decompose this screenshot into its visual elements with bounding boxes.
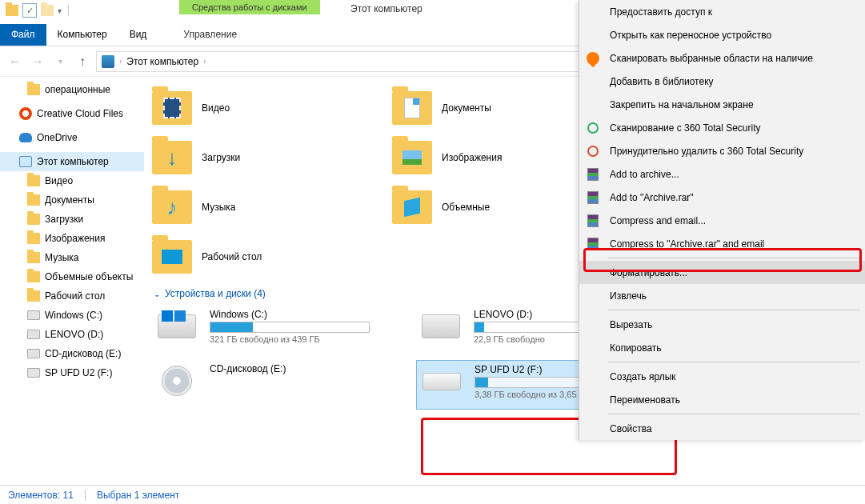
separator	[85, 490, 86, 501]
tree-item[interactable]: SP UFD U2 (F:)	[0, 363, 144, 382]
tree-label: Документы	[45, 194, 94, 206]
forward-button[interactable]: →	[29, 53, 46, 70]
context-menu-label: Сканирование с 360 Total Security	[610, 122, 761, 134]
chevron-right-icon[interactable]: ›	[203, 57, 206, 66]
tree-item[interactable]: LENOVO (D:)	[0, 325, 144, 344]
tree-item[interactable]: Рабочий стол	[0, 286, 144, 306]
onedrive-icon	[19, 133, 32, 142]
context-menu-item[interactable]: Добавить в библиотеку	[579, 70, 865, 93]
status-selection: Выбран 1 элемент	[97, 490, 179, 501]
context-menu-item[interactable]: Извлечь	[579, 284, 865, 307]
tree-item[interactable]: Объемные объекты	[0, 267, 144, 286]
drive-free-space: 321 ГБ свободно из 439 ГБ	[210, 334, 386, 344]
context-menu-item[interactable]: Форматировать...	[579, 261, 865, 284]
context-menu-item[interactable]: Compress to "Archive.rar" and email	[579, 232, 865, 255]
drive-cd-e[interactable]: CD-дисковод (E:)	[152, 360, 392, 410]
tree-label: CD-дисковод (E:)	[45, 348, 121, 359]
chevron-down-icon: ⌄	[154, 290, 160, 298]
context-menu-item[interactable]: Закрепить на начальном экране	[579, 93, 865, 116]
back-button[interactable]: ←	[6, 53, 24, 70]
menu-separator	[608, 414, 860, 414]
hdd-icon	[422, 314, 460, 338]
context-menu-item[interactable]: Предоставить доступ к	[579, 0, 865, 23]
context-menu-label: Свойства	[610, 423, 652, 434]
context-menu-item[interactable]: Add to "Archive.rar"	[579, 186, 865, 209]
properties-qat-icon[interactable]	[40, 3, 54, 18]
pc-icon	[102, 55, 114, 68]
music-folder-icon: ♪	[152, 190, 192, 224]
folder-downloads[interactable]: ↓Загрузки	[152, 133, 392, 182]
winrar-icon	[586, 190, 600, 205]
shield-icon	[586, 51, 600, 66]
tree-item[interactable]: Изображения	[0, 229, 144, 248]
menu-separator	[608, 362, 860, 362]
folder-desktop[interactable]: Рабочий стол	[152, 232, 392, 282]
tree-label: OneDrive	[37, 132, 78, 143]
tree-label: Windows (C:)	[45, 310, 102, 321]
context-menu-item[interactable]: Вырезать	[579, 313, 865, 336]
status-item-count: Элементов: 11	[8, 490, 74, 501]
tab-computer[interactable]: Компьютер	[46, 24, 118, 46]
context-menu-label: Сканировать выбранные области на наличие	[610, 53, 813, 64]
tree-label: Видео	[45, 175, 73, 186]
context-menu-item[interactable]: Принудительно удалить с 360 Total Securi…	[579, 139, 865, 162]
tab-view[interactable]: Вид	[118, 24, 158, 46]
recent-dropdown-icon[interactable]: ▾	[51, 53, 69, 70]
video-icon	[27, 175, 40, 186]
tree-label: Загрузки	[45, 214, 83, 225]
context-menu-label: Закрепить на начальном экране	[610, 99, 754, 110]
pictures-folder-icon	[392, 141, 432, 174]
pictures-icon	[27, 233, 40, 244]
context-menu-item[interactable]: Открыть как переносное устройство	[579, 23, 865, 46]
video-folder-icon	[152, 91, 192, 125]
tree-item[interactable]: Windows (C:)	[0, 306, 144, 325]
tree-item[interactable]: Загрузки	[0, 210, 144, 229]
winrar-icon	[586, 237, 600, 251]
cd-drive-icon	[27, 349, 40, 358]
context-menu-item[interactable]: Создать ярлык	[579, 365, 865, 388]
context-menu-label: Создать ярлык	[610, 371, 676, 382]
tab-manage[interactable]: Управление	[172, 24, 248, 46]
context-menu-label: Переименовать	[610, 394, 680, 406]
section-label: Устройства и диски (4)	[165, 288, 266, 299]
folder-music[interactable]: ♪Музыка	[152, 182, 392, 232]
context-menu-item[interactable]: Compress and email...	[579, 209, 865, 232]
tab-file[interactable]: Файл	[0, 24, 46, 46]
drive-windows-c[interactable]: Windows (C:) 321 ГБ свободно из 439 ГБ	[152, 306, 392, 355]
context-menu-item[interactable]: Свойства	[579, 417, 865, 440]
context-menu-item[interactable]: Сканировать выбранные области на наличие	[579, 46, 865, 70]
context-menu-item[interactable]: Переименовать	[579, 388, 865, 411]
checkbox-icon[interactable]: ✓	[22, 3, 37, 18]
context-menu-label: Копировать	[610, 342, 662, 354]
context-menu-item[interactable]: Add to archive...	[579, 162, 865, 186]
tree-item[interactable]: Видео	[0, 171, 144, 190]
context-menu-label: Форматировать...	[610, 267, 687, 278]
downloads-icon	[27, 214, 40, 225]
folder-label: Документы	[442, 102, 491, 114]
tree-item[interactable]: Creative Cloud Files	[0, 104, 144, 123]
chevron-right-icon[interactable]: ›	[119, 57, 122, 66]
qat-dropdown-icon[interactable]: ▾	[58, 6, 62, 15]
breadcrumb-root[interactable]: Этот компьютер	[126, 56, 198, 67]
tree-label: Изображения	[45, 233, 105, 244]
window-title: Этот компьютер	[350, 3, 422, 14]
folder-icon	[27, 84, 40, 95]
documents-icon	[27, 194, 40, 206]
tree-item[interactable]: CD-дисковод (E:)	[0, 344, 144, 363]
tree-item[interactable]: операционные	[0, 80, 144, 99]
winrar-icon	[586, 167, 600, 182]
pc-icon	[19, 156, 32, 167]
context-menu-item[interactable]: Копировать	[579, 336, 865, 359]
tree-item[interactable]: Документы	[0, 190, 144, 210]
status-bar: Элементов: 11 Выбран 1 элемент	[0, 485, 865, 504]
up-button[interactable]: ↑	[74, 53, 91, 70]
folder-video[interactable]: Видео	[152, 83, 392, 133]
downloads-folder-icon: ↓	[152, 141, 192, 174]
context-menu-label: Compress and email...	[610, 215, 706, 226]
tree-item-this-pc[interactable]: Этот компьютер	[0, 152, 144, 171]
tree-item[interactable]: OneDrive	[0, 128, 144, 147]
folder-label: Загрузки	[202, 152, 240, 163]
creative-cloud-icon	[19, 107, 32, 120]
context-menu-item[interactable]: Сканирование с 360 Total Security	[579, 116, 865, 139]
tree-item[interactable]: Музыка	[0, 248, 144, 267]
